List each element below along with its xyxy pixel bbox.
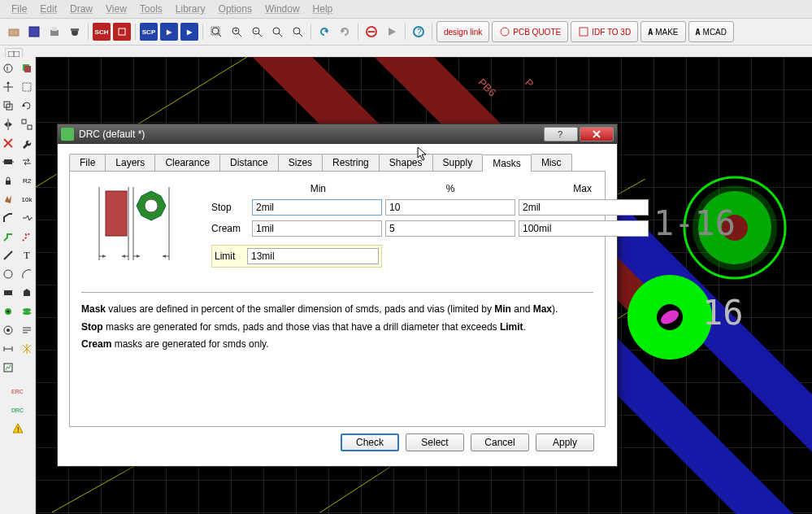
smash-tool-icon[interactable]	[0, 191, 16, 207]
dialog-body: File Layers Clearance Distance Sizes Res…	[58, 144, 617, 466]
zoom-select-icon[interactable]	[289, 23, 306, 41]
mirror-tool-icon[interactable]	[0, 116, 16, 133]
tab-supply[interactable]: Supply	[432, 154, 484, 171]
designlink-button[interactable]: design link	[436, 21, 489, 42]
group-tool-icon[interactable]	[19, 116, 35, 133]
signal-tool-icon[interactable]	[19, 303, 35, 320]
menu-options[interactable]: Options	[214, 2, 257, 16]
print-icon[interactable]	[46, 23, 63, 41]
wire-tool-icon[interactable]	[0, 247, 16, 264]
hole-tool-icon[interactable]	[0, 322, 16, 338]
stop-min-input[interactable]	[252, 199, 382, 216]
menu-view[interactable]: View	[101, 2, 132, 16]
copy-tool-icon[interactable]	[0, 98, 16, 114]
menu-help[interactable]: Help	[308, 2, 338, 16]
tab-layers[interactable]: Layers	[105, 154, 155, 171]
help-button[interactable]: ?	[544, 127, 578, 142]
svg-point-63	[23, 308, 31, 311]
tab-clearance[interactable]: Clearance	[154, 154, 220, 171]
polygon-tool-icon[interactable]	[19, 285, 35, 301]
dim-tool-icon[interactable]	[0, 341, 16, 357]
miter-tool-icon[interactable]	[0, 210, 16, 226]
stop-pct-input[interactable]	[385, 199, 515, 216]
cream-min-input[interactable]	[252, 220, 382, 237]
text-tool-icon[interactable]: T	[19, 247, 35, 264]
sch-icon[interactable]: SCH	[93, 23, 111, 41]
cream-pct-input[interactable]	[385, 220, 515, 237]
svg-rect-41	[23, 83, 31, 91]
make-button[interactable]: AMAKE	[640, 21, 685, 42]
layers-tool-icon[interactable]	[19, 60, 35, 76]
info-tool-icon[interactable]: i	[0, 60, 16, 76]
tab-shapes[interactable]: Shapes	[379, 154, 433, 171]
menu-file[interactable]: File	[7, 2, 32, 16]
pcbquote-button[interactable]: PCB QUOTE	[492, 21, 568, 42]
value-tool-icon[interactable]: 10k	[19, 191, 35, 207]
run-icon[interactable]: ▶	[180, 23, 198, 41]
mcad-button[interactable]: AMCAD	[688, 21, 734, 42]
svg-point-64	[23, 311, 31, 315]
tab-masks[interactable]: Masks	[482, 155, 532, 172]
wrench-tool-icon[interactable]	[19, 135, 35, 151]
svg-rect-2	[50, 30, 59, 36]
lock-tool-icon[interactable]	[0, 172, 16, 189]
tab-misc[interactable]: Misc	[531, 154, 572, 171]
via-tool-icon[interactable]	[0, 303, 16, 320]
cream-max-input[interactable]	[519, 220, 649, 237]
cancel-button[interactable]: Cancel	[471, 433, 529, 451]
limit-input[interactable]	[247, 248, 379, 264]
ratsnest-tool-icon[interactable]	[19, 341, 35, 357]
arc-tool-icon[interactable]	[19, 266, 35, 282]
help-icon[interactable]: ?	[410, 23, 428, 41]
apply-button[interactable]: Apply	[536, 433, 594, 451]
go-icon[interactable]	[383, 23, 401, 41]
check-button[interactable]: Check	[341, 433, 399, 451]
menu-window[interactable]: Window	[260, 2, 305, 16]
scp-icon[interactable]: SCP	[140, 23, 158, 41]
zoom-out-icon[interactable]: -	[248, 23, 266, 41]
add-tool-icon[interactable]	[0, 154, 16, 170]
undo-icon[interactable]	[315, 23, 333, 41]
zoom-redraw-icon[interactable]	[268, 23, 286, 41]
menu-tools[interactable]: Tools	[135, 2, 167, 16]
split-tool-icon[interactable]	[19, 210, 35, 226]
menu-library[interactable]: Library	[171, 2, 211, 16]
drc-tool-icon[interactable]: DRC	[10, 402, 26, 418]
ripup-tool-icon[interactable]	[19, 229, 35, 245]
move-tool-icon[interactable]	[0, 79, 16, 95]
tab-sizes[interactable]: Sizes	[278, 154, 323, 171]
dialog-titlebar[interactable]: DRC (default *) ?	[58, 124, 617, 144]
open-icon[interactable]	[5, 23, 23, 41]
zoom-fit-icon[interactable]	[207, 23, 225, 41]
rotate-tool-icon[interactable]	[19, 98, 35, 114]
name-tool-icon[interactable]: R2	[19, 172, 35, 189]
attr-tool-icon[interactable]	[19, 322, 35, 338]
col-min-label: Min	[252, 183, 384, 194]
rect-tool-icon[interactable]	[0, 285, 16, 301]
redo-icon[interactable]	[336, 23, 354, 41]
stop-icon[interactable]	[363, 23, 380, 41]
save-icon[interactable]	[25, 23, 43, 41]
tab-distance[interactable]: Distance	[219, 154, 279, 171]
auto-tool-icon[interactable]	[0, 359, 16, 376]
tab-restring[interactable]: Restring	[322, 154, 380, 171]
errors-tool-icon[interactable]: !	[10, 420, 26, 437]
select-tool-icon[interactable]	[19, 79, 35, 95]
brd-icon[interactable]	[113, 23, 131, 41]
route-tool-icon[interactable]	[0, 229, 16, 245]
replace-tool-icon[interactable]	[19, 154, 35, 170]
idfto3d-button[interactable]: IDF TO 3D	[571, 21, 638, 42]
svg-point-19	[293, 28, 300, 34]
menu-edit[interactable]: Edit	[35, 2, 62, 16]
stop-max-input[interactable]	[519, 199, 649, 216]
circle-tool-icon[interactable]	[0, 266, 16, 282]
cam-icon[interactable]	[66, 23, 84, 41]
erc-tool-icon[interactable]: ERC	[10, 383, 26, 399]
select-button[interactable]: Select	[406, 433, 464, 451]
close-button[interactable]	[580, 127, 614, 142]
ulp-icon[interactable]: ▶	[160, 23, 178, 41]
zoom-in-icon[interactable]: +	[228, 23, 245, 41]
delete-tool-icon[interactable]	[0, 135, 16, 151]
menu-draw[interactable]: Draw	[65, 2, 98, 16]
tab-file[interactable]: File	[69, 154, 106, 171]
